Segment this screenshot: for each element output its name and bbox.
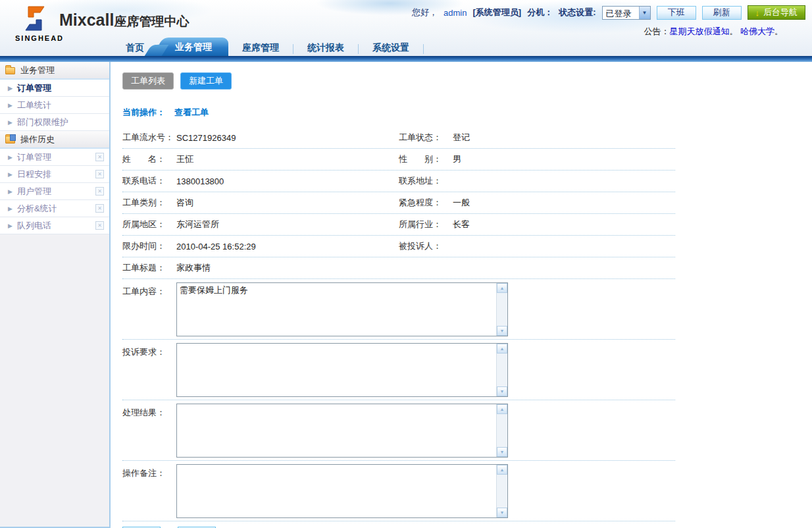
- page: SINGHEAD Mixcall 座席管理中心 您好， admin [系统管理员…: [0, 0, 812, 528]
- remark-textarea-wrap: ▲ ▼: [176, 464, 508, 518]
- history-item-label: 日程安排: [17, 169, 51, 180]
- field-label-name: 姓 名：: [122, 153, 176, 165]
- history-item-label: 分析&统计: [17, 203, 57, 215]
- history-item-order-management[interactable]: ▶ 订单管理 ✕: [0, 149, 109, 166]
- ticket-form: 工单流水号：SC1271926349 工单状态：登记 姓 名：王怔 性 别：男 …: [122, 127, 675, 521]
- form-row-remark: 操作备注： ▲ ▼: [122, 461, 675, 521]
- sidebar-item-ticket-statistics[interactable]: ▶ 工单统计: [0, 97, 109, 114]
- handle-result-textarea[interactable]: [177, 404, 496, 457]
- sidebar-item-department-permission[interactable]: ▶ 部门权限维护: [0, 114, 109, 131]
- field-label-address: 联系地址：: [399, 175, 453, 187]
- close-icon[interactable]: ✕: [95, 204, 104, 213]
- ticket-content-textarea[interactable]: 需要保姆上门服务: [177, 283, 496, 336]
- field-value-name: 王怔: [176, 153, 193, 165]
- refresh-button[interactable]: 刷新: [702, 6, 742, 20]
- field-label-complainee: 被投诉人：: [399, 240, 453, 252]
- form-row-result: 处理结果： ▲ ▼: [122, 400, 675, 461]
- arrow-bullet-icon: ▶: [8, 205, 13, 212]
- field-label-deadline: 限办时间：: [122, 240, 176, 252]
- extension-label: 分机：: [527, 7, 553, 18]
- history-item-user-management[interactable]: ▶ 用户管理 ✕: [0, 183, 109, 200]
- history-item-label: 队列电话: [17, 220, 51, 232]
- announce-label: 公告：: [644, 26, 669, 36]
- scroll-down-icon[interactable]: ▼: [497, 326, 507, 336]
- field-value-deadline: 2010-04-25 16:52:29: [176, 242, 256, 251]
- field-label-content: 工单内容：: [122, 282, 176, 298]
- scroll-down-icon[interactable]: ▼: [497, 447, 507, 457]
- field-label-phone: 联系电话：: [122, 175, 176, 187]
- tab-separator: [423, 44, 424, 54]
- scrollbar[interactable]: ▲ ▼: [496, 283, 507, 336]
- field-label-category: 工单类别：: [122, 197, 176, 209]
- arrow-bullet-icon: ▶: [8, 119, 13, 126]
- new-ticket-button[interactable]: 新建工单: [180, 72, 232, 90]
- status-select-value: 已登录: [603, 7, 639, 19]
- field-label-gender: 性 别：: [399, 153, 453, 165]
- field-label-result: 处理结果：: [122, 404, 176, 419]
- scrollbar[interactable]: ▲ ▼: [496, 404, 507, 457]
- sidebar-section-business: 业务管理: [0, 62, 109, 80]
- user-role: [系统管理员]: [472, 7, 521, 18]
- complaint-request-textarea[interactable]: [177, 344, 496, 396]
- header-divider-bar: [0, 56, 812, 62]
- close-icon[interactable]: ✕: [95, 187, 104, 196]
- backend-nav-button[interactable]: ↓ 后台导航: [748, 5, 806, 20]
- tab-business-management[interactable]: 业务管理: [159, 38, 228, 56]
- field-label-status: 工单状态：: [399, 132, 453, 144]
- form-row-complaint-request: 投诉要求： ▲ ▼: [122, 340, 675, 400]
- history-item-analysis-statistics[interactable]: ▶ 分析&统计 ✕: [0, 200, 109, 217]
- history-item-queue-calls[interactable]: ▶ 队列电话 ✕: [0, 217, 109, 234]
- off-duty-button[interactable]: 下班: [657, 6, 696, 20]
- complaint-textarea-wrap: ▲ ▼: [176, 343, 508, 397]
- operation-remark-textarea[interactable]: [177, 465, 496, 517]
- field-value-title: 家政事情: [176, 262, 211, 274]
- close-icon[interactable]: ✕: [95, 153, 104, 161]
- scroll-up-icon[interactable]: ▲: [497, 283, 507, 293]
- tab-system-settings[interactable]: 系统设置: [359, 39, 423, 56]
- close-icon[interactable]: ✕: [95, 221, 104, 230]
- scroll-up-icon[interactable]: ▲: [497, 465, 507, 475]
- tab-statistics-report[interactable]: 统计报表: [293, 39, 358, 56]
- ticket-list-button[interactable]: 工单列表: [122, 72, 174, 90]
- scrollbar[interactable]: ▲ ▼: [496, 344, 507, 396]
- sidebar-item-label: 部门权限维护: [17, 117, 68, 128]
- toolbar: 工单列表 新建工单: [122, 72, 812, 90]
- sidebar-item-order-management[interactable]: ▶ 订单管理: [0, 80, 109, 97]
- app-title: Mixcall 座席管理中心: [59, 11, 189, 30]
- arrow-bullet-icon: ▶: [8, 85, 13, 92]
- header: SINGHEAD Mixcall 座席管理中心 您好， admin [系统管理员…: [0, 0, 812, 56]
- result-textarea-wrap: ▲ ▼: [176, 404, 508, 458]
- field-value-phone: 1380013800: [176, 176, 224, 186]
- field-label-serial: 工单流水号：: [122, 132, 176, 144]
- history-item-schedule[interactable]: ▶ 日程安排 ✕: [0, 166, 109, 183]
- field-label-region: 所属地区：: [122, 219, 176, 230]
- sidebar-section-history: 操作历史: [0, 131, 109, 149]
- close-icon[interactable]: ✕: [95, 170, 104, 178]
- scroll-down-icon[interactable]: ▼: [497, 386, 507, 396]
- status-label: 状态设置:: [559, 7, 596, 18]
- form-row-region-industry: 所属地区：东河运管所 所属行业：长客: [122, 214, 675, 236]
- tab-agent-management[interactable]: 座席管理: [228, 39, 293, 56]
- scrollbar[interactable]: ▲ ▼: [496, 465, 507, 517]
- announcement-link-holiday[interactable]: 星期天放假通知: [669, 26, 729, 36]
- field-label-urgency: 紧急程度：: [399, 197, 453, 209]
- main-nav: 首页 业务管理 座席管理 统计报表 系统设置: [112, 36, 424, 56]
- form-row-phone-address: 联系电话：1380013800 联系地址：: [122, 171, 675, 192]
- scroll-down-icon[interactable]: ▼: [497, 508, 507, 517]
- sidebar-item-label: 订单管理: [17, 82, 51, 94]
- arrow-bullet-icon: ▶: [8, 154, 13, 161]
- sidebar-section-title: 操作历史: [20, 134, 55, 145]
- history-item-label: 订单管理: [17, 151, 51, 163]
- scroll-up-icon[interactable]: ▲: [497, 404, 507, 414]
- announcement-link-harvard[interactable]: 哈佛大学: [740, 26, 774, 36]
- scroll-up-icon[interactable]: ▲: [497, 344, 507, 354]
- field-value-industry: 长客: [453, 219, 470, 230]
- company-name: SINGHEAD: [15, 34, 64, 42]
- app-title-en: Mixcall: [59, 11, 114, 30]
- singhead-logo-icon: [20, 3, 50, 36]
- chevron-down-icon[interactable]: ▼: [639, 7, 650, 19]
- sidebar: 业务管理 ▶ 订单管理 ▶ 工单统计 ▶ 部门权限维护 操作历史 ▶ 订单管理 …: [0, 62, 111, 528]
- status-select[interactable]: 已登录 ▼: [602, 6, 651, 20]
- field-value-urgency: 一般: [453, 197, 470, 209]
- history-item-label: 用户管理: [17, 186, 51, 198]
